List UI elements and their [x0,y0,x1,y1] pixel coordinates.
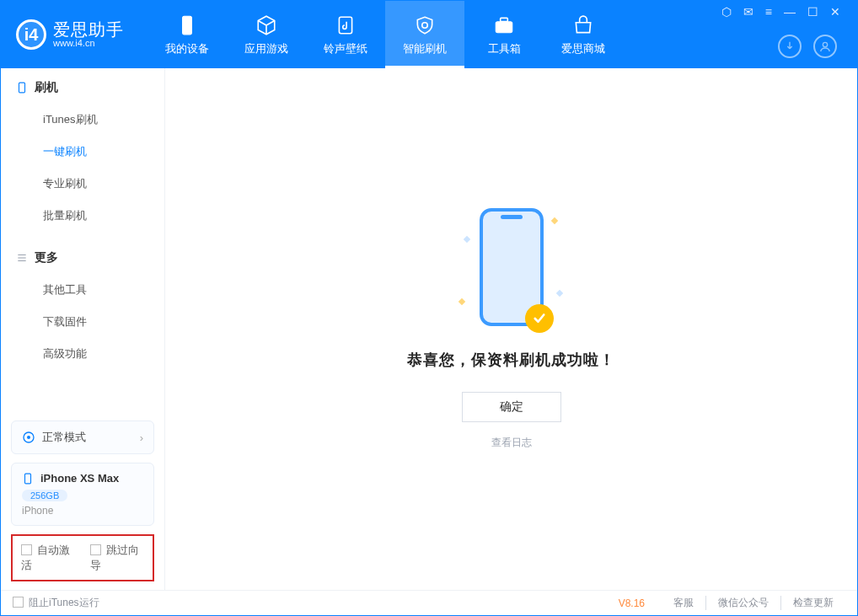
sidebar-item-download-firmware[interactable]: 下载固件 [1,306,164,338]
mode-label: 正常模式 [42,430,86,445]
cube-icon [255,13,278,37]
tab-label: 铃声壁纸 [324,41,367,56]
shirt-icon[interactable]: ⬡ [721,6,732,18]
footer-link-update[interactable]: 检查更新 [780,596,845,610]
device-storage-badge: 256GB [22,490,67,501]
svg-rect-1 [339,17,351,34]
chevron-right-icon: › [140,431,143,444]
menu-icon[interactable]: ≡ [765,6,772,18]
footer-link-wechat[interactable]: 微信公众号 [705,596,780,610]
status-bar: 阻止iTunes运行 V8.16 客服 微信公众号 检查更新 [1,590,857,615]
success-illustration [461,208,562,335]
ok-button[interactable]: 确定 [462,392,561,422]
sidebar-item-pro-flash[interactable]: 专业刷机 [1,168,164,200]
tab-label: 爱思商城 [561,41,605,56]
download-button[interactable] [778,35,802,58]
window-controls: ⬡ ✉ ≡ — ☐ ✕ [721,6,845,18]
device-name: iPhone XS Max [40,472,119,485]
svg-point-7 [27,436,30,439]
svg-rect-5 [19,83,25,93]
app-header: i4 爱思助手 www.i4.cn 我的设备 应用游戏 铃声壁纸 智能刷机 工具… [1,1,857,68]
phone-outline-icon [16,82,28,94]
app-name: 爱思助手 [53,21,124,38]
mode-card[interactable]: 正常模式 › [11,420,154,454]
checkbox-auto-activate[interactable]: 自动激活 [21,543,75,573]
maximize-icon[interactable]: ☐ [807,6,818,18]
footer-link-support[interactable]: 客服 [662,596,705,610]
sidebar-item-itunes-flash[interactable]: iTunes刷机 [1,104,164,136]
app-url: www.i4.cn [53,38,124,48]
close-icon[interactable]: ✕ [830,6,840,18]
device-card[interactable]: iPhone XS Max 256GB iPhone [11,463,154,526]
sidebar-group-flash: 刷机 [1,68,164,104]
mode-icon [22,431,35,444]
main-content: 恭喜您，保资料刷机成功啦！ 确定 查看日志 [165,68,857,590]
svg-rect-8 [25,474,31,484]
tab-label: 应用游戏 [244,41,288,56]
sidebar-item-batch-flash[interactable]: 批量刷机 [1,200,164,232]
store-icon [571,13,595,37]
tab-label: 我的设备 [165,41,209,56]
list-icon [16,252,28,264]
options-highlight: 自动激活 跳过向导 [11,534,154,581]
svg-point-4 [823,42,827,46]
user-button[interactable] [813,35,837,58]
toolbox-icon [492,13,516,37]
success-message: 恭喜您，保资料刷机成功啦！ [407,350,615,370]
svg-rect-0 [183,16,192,35]
sidebar-item-other-tools[interactable]: 其他工具 [1,274,164,306]
svg-rect-3 [501,18,508,21]
tab-label: 工具箱 [488,41,521,56]
tab-toolbox[interactable]: 工具箱 [464,1,544,68]
tab-smart-flash[interactable]: 智能刷机 [385,1,464,68]
checkbox-block-itunes[interactable]: 阻止iTunes运行 [13,596,99,610]
version-label: V8.16 [619,597,645,609]
minimize-icon[interactable]: — [784,6,796,18]
sidebar-group-title: 更多 [35,250,58,265]
sidebar-group-title: 刷机 [35,80,58,95]
app-logo: i4 爱思助手 www.i4.cn [16,19,124,50]
sidebar-item-advanced[interactable]: 高级功能 [1,338,164,370]
svg-rect-2 [496,21,512,32]
checkbox-skip-guide[interactable]: 跳过向导 [90,543,144,573]
feedback-icon[interactable]: ✉ [743,6,753,18]
device-icon [22,473,34,485]
tab-store[interactable]: 爱思商城 [544,1,623,68]
top-nav: 我的设备 应用游戏 铃声壁纸 智能刷机 工具箱 爱思商城 [147,1,623,68]
tab-ringtones-wallpapers[interactable]: 铃声壁纸 [306,1,385,68]
device-type: iPhone [22,505,143,517]
tab-apps-games[interactable]: 应用游戏 [227,1,306,68]
sidebar: 刷机 iTunes刷机 一键刷机 专业刷机 批量刷机 更多 其他工具 下载固件 … [1,68,165,590]
tab-my-device[interactable]: 我的设备 [147,1,227,68]
music-file-icon [334,13,357,37]
phone-icon [175,13,199,37]
checkmark-icon [525,304,554,333]
sidebar-group-more: 更多 [1,238,164,274]
view-log-link[interactable]: 查看日志 [491,436,532,450]
logo-icon: i4 [16,19,46,50]
shield-refresh-icon [413,13,437,37]
sidebar-item-oneclick-flash[interactable]: 一键刷机 [1,136,164,168]
tab-label: 智能刷机 [403,41,447,56]
